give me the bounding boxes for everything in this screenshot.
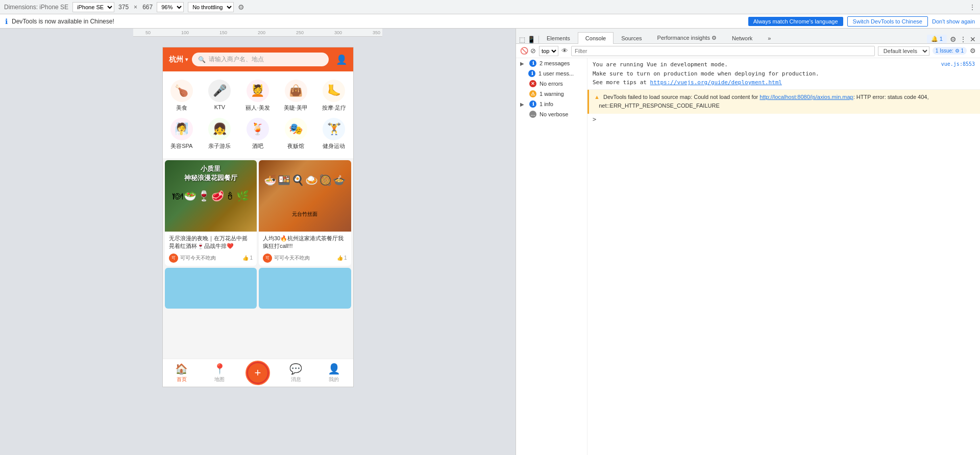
like-icon-left: 👍 bbox=[242, 255, 249, 261]
dont-show-again-link[interactable]: Don't show again bbox=[932, 18, 975, 24]
match-language-button[interactable]: Always match Chrome's language bbox=[748, 17, 843, 26]
category-item-beauty[interactable]: 💆 丽人·美发 bbox=[239, 77, 277, 115]
log-level-select[interactable]: Default levels bbox=[878, 46, 929, 56]
app-header: 杭州 ▾ 🔍 请输入商户名、地点 👤 bbox=[163, 47, 353, 71]
category-label-ktv: KTV bbox=[214, 104, 225, 110]
category-item-bar[interactable]: 🍹 酒吧 bbox=[239, 115, 277, 153]
devtools-tabs: ⬚ 📱 Elements Console Sources Performance… bbox=[516, 29, 980, 44]
devtools-close-icon[interactable]: ✕ bbox=[970, 35, 976, 43]
nav-item-map[interactable]: 📍 地图 bbox=[201, 363, 239, 383]
context-selector[interactable]: top bbox=[539, 46, 558, 56]
category-icon-bar: 🍹 bbox=[247, 118, 269, 140]
category-item-night[interactable]: 🎭 夜贩馆 bbox=[277, 115, 315, 153]
messages-icon: 💬 bbox=[289, 363, 302, 375]
tab-elements[interactable]: Elements bbox=[539, 32, 578, 44]
devtools-vertical-dots-icon[interactable]: ⋮ bbox=[960, 35, 967, 43]
map-icon: 📍 bbox=[213, 363, 226, 375]
category-item-ktv[interactable]: 🎤 KTV bbox=[201, 77, 239, 115]
sidebar-user-messages[interactable]: ℹ 1 user mess... bbox=[516, 68, 587, 79]
devtools-device-icon[interactable]: 📱 bbox=[527, 36, 535, 43]
more-options-icon[interactable]: ⋮ bbox=[969, 3, 976, 11]
sidebar-verbose[interactable]: … No verbose bbox=[516, 109, 587, 119]
search-bar[interactable]: 🔍 请输入商户名、地点 bbox=[192, 53, 329, 66]
category-icon-fitness: 🏋 bbox=[323, 118, 345, 140]
tab-console[interactable]: Console bbox=[578, 32, 614, 44]
card-author-left: 可 可可今天不吃肉 bbox=[169, 254, 216, 263]
vue-log-message: vue.js:8553 You are running Vue in devel… bbox=[587, 58, 980, 90]
card-placeholder-left[interactable] bbox=[165, 268, 257, 309]
device-select[interactable]: iPhone SE bbox=[72, 2, 114, 12]
card-like-right[interactable]: 👍 1 bbox=[337, 255, 347, 261]
user-messages-dot: ℹ bbox=[528, 70, 535, 77]
console-input-row[interactable]: > bbox=[587, 114, 980, 125]
sidebar-messages[interactable]: ▶ ℹ 2 messages bbox=[516, 58, 587, 68]
nav-label-map: 地图 bbox=[214, 376, 225, 383]
throttle-select[interactable]: No throttling bbox=[188, 2, 234, 12]
nav-item-profile[interactable]: 👤 我的 bbox=[315, 363, 353, 383]
category-icon-food: 🍗 bbox=[170, 80, 193, 102]
category-item-massage[interactable]: 🦶 按摩·足疗 bbox=[315, 77, 353, 115]
category-icon-kids: 👧 bbox=[208, 118, 231, 140]
card-restaurant-right[interactable]: 🍜🍱🍳 🍛🥘🍲 元台竹丝面 人均30🔥杭州这家港式茶餐厅我疯狂打call!!! … bbox=[259, 160, 351, 266]
issues-badge[interactable]: 1 Issue: ⚙ 1 bbox=[933, 47, 967, 55]
nav-item-add[interactable]: + bbox=[239, 362, 277, 384]
console-clear-icon[interactable]: 🚫 bbox=[520, 47, 528, 55]
like-count-right: 1 bbox=[344, 255, 347, 261]
tab-sources[interactable]: Sources bbox=[614, 32, 649, 44]
dimension-x: × bbox=[134, 4, 137, 11]
console-filter-icon[interactable]: ⊘ bbox=[530, 47, 536, 55]
location-selector[interactable]: 杭州 ▾ bbox=[169, 55, 188, 64]
eye-icon[interactable]: 👁 bbox=[561, 47, 568, 55]
sidebar-warnings[interactable]: ⚠ 1 warning bbox=[516, 89, 587, 99]
search-icon: 🔍 bbox=[198, 56, 206, 63]
devtools-gear-icon[interactable]: ⚙ bbox=[950, 35, 957, 43]
phone-simulator-area: 50 100 150 200 250 300 350 杭州 ▾ 🔍 请输入商户名… bbox=[0, 29, 516, 455]
source-map-link[interactable]: http://localhost:8080/js/axios.min.map bbox=[760, 94, 853, 100]
sidebar-errors[interactable]: ✕ No errors bbox=[516, 79, 587, 89]
devtools-toolbar-icons: 🔔 1 ⚙ ⋮ ✕ bbox=[927, 35, 980, 43]
main-content: 50 100 150 200 250 300 350 杭州 ▾ 🔍 请输入商户名… bbox=[0, 29, 980, 455]
devtools-notification-text: DevTools is now available in Chinese! bbox=[12, 18, 744, 25]
verbose-label: No verbose bbox=[540, 111, 583, 117]
vue-log-link[interactable]: vue.js:8553 bbox=[941, 60, 975, 68]
height-value: 667 bbox=[142, 4, 153, 11]
card-title-right: 人均30🔥杭州这家港式茶餐厅我疯狂打call!!! bbox=[263, 235, 347, 250]
tab-performance[interactable]: Performance insights ⚙ bbox=[650, 32, 724, 44]
card-like-left[interactable]: 👍 1 bbox=[242, 255, 253, 261]
console-sidebar: ▶ ℹ 2 messages ℹ 1 user mess... ✕ No err… bbox=[516, 58, 587, 455]
card-restaurant-left[interactable]: 小质里神秘浪漫花园餐厅 🍽🥗🍷 🥩🕯🌿 无尽浪漫的夜晚｜在万花丛中摇晃着红酒杯🍷… bbox=[165, 160, 257, 266]
filter-input[interactable] bbox=[571, 46, 875, 56]
verbose-dot: … bbox=[529, 111, 536, 118]
category-item-food[interactable]: 🍗 美食 bbox=[163, 77, 201, 115]
info-label: 1 info bbox=[540, 101, 583, 107]
tab-network[interactable]: Network bbox=[724, 32, 760, 44]
nav-item-home[interactable]: 🏠 首页 bbox=[163, 363, 201, 383]
console-settings-icon[interactable]: ⚙ bbox=[970, 47, 976, 55]
category-label-bar: 酒吧 bbox=[252, 142, 263, 150]
zoom-select[interactable]: 96% bbox=[157, 2, 184, 12]
vue-deployment-link[interactable]: https://vuejs.org/guide/deployment.html bbox=[650, 79, 782, 86]
card-image-placeholder-right bbox=[259, 268, 351, 309]
devtools-notification-bar: ℹ DevTools is now available in Chinese! … bbox=[0, 14, 980, 29]
sidebar-info[interactable]: ▶ ℹ 1 info bbox=[516, 99, 587, 109]
settings-icon[interactable]: ⚙ bbox=[238, 3, 244, 11]
add-button[interactable]: + bbox=[247, 362, 269, 384]
nav-label-messages: 消息 bbox=[291, 376, 301, 383]
tab-more[interactable]: » bbox=[760, 32, 778, 44]
category-item-nails[interactable]: 👜 美睫·美甲 bbox=[277, 77, 315, 115]
nav-item-messages[interactable]: 💬 消息 bbox=[277, 363, 315, 383]
devtools-inspect-icon[interactable]: ⬚ bbox=[519, 36, 525, 43]
food-overlay-right: 🍜🍱🍳 🍛🥘🍲 元台竹丝面 bbox=[259, 160, 351, 232]
user-icon[interactable]: 👤 bbox=[336, 54, 347, 65]
issues-count-badge[interactable]: 🔔 1 bbox=[927, 35, 947, 43]
card-footer-right: 可 可可今天不吃肉 👍 1 bbox=[263, 254, 347, 263]
card-placeholder-right[interactable] bbox=[259, 268, 351, 309]
console-messages-area: vue.js:8553 You are running Vue in devel… bbox=[587, 58, 980, 455]
nav-label-profile: 我的 bbox=[329, 376, 339, 383]
device-frame: 杭州 ▾ 🔍 请输入商户名、地点 👤 🍗 美食 🎤 KTV bbox=[162, 47, 354, 387]
category-item-spa[interactable]: 🧖 美容SPA bbox=[163, 115, 201, 153]
category-item-kids[interactable]: 👧 亲子游乐 bbox=[201, 115, 239, 153]
category-item-fitness[interactable]: 🏋 健身运动 bbox=[315, 115, 353, 153]
switch-chinese-button[interactable]: Switch DevTools to Chinese bbox=[847, 16, 928, 27]
console-input[interactable] bbox=[599, 116, 975, 122]
